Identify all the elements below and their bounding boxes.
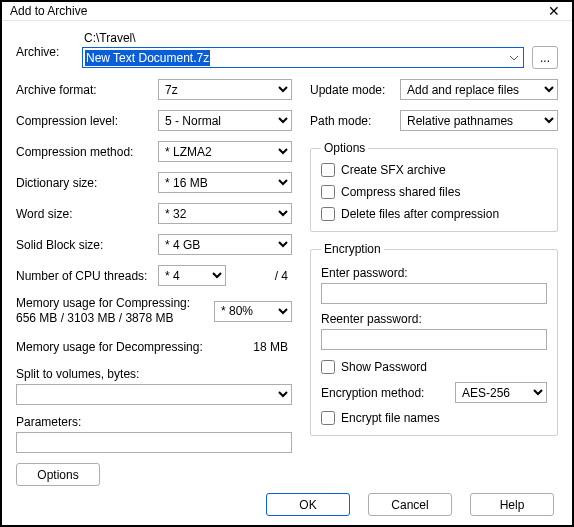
button-bar: OK Cancel Help [2,492,572,525]
password-confirm-input[interactable] [321,329,547,350]
show-pw-checkbox[interactable] [321,360,335,374]
params-label: Parameters: [16,415,292,429]
enc-method-label: Encryption method: [321,386,455,400]
chevron-down-icon [509,55,519,61]
dict-select[interactable]: * 16 MB [158,172,292,193]
cancel-button[interactable]: Cancel [368,493,452,516]
encryption-group: Encryption Enter password: Reenter passw… [310,242,558,436]
threads-max: / 4 [232,269,292,283]
shared-label: Compress shared files [341,185,460,199]
options-button[interactable]: Options [16,463,100,486]
left-column: Archive format: 7z Compression level: 5 … [16,79,292,486]
encryption-legend: Encryption [321,242,384,256]
enc-names-checkbox[interactable] [321,411,335,425]
archive-row: Archive: C:\Travel\ New Text Document.7z… [16,31,558,69]
enter-pw-label: Enter password: [321,266,547,280]
delete-checkbox[interactable] [321,207,335,221]
archive-name-combo[interactable]: New Text Document.7z [82,47,524,68]
delete-label: Delete files after compression [341,207,499,221]
split-label: Split to volumes, bytes: [16,367,292,381]
format-select[interactable]: 7z [158,79,292,100]
delete-row[interactable]: Delete files after compression [321,207,547,221]
update-label: Update mode: [310,83,400,97]
word-select[interactable]: * 32 [158,203,292,224]
method-select[interactable]: * LZMA2 [158,141,292,162]
show-pw-label: Show Password [341,360,427,374]
sfx-checkbox[interactable] [321,163,335,177]
ok-button[interactable]: OK [266,493,350,516]
dict-label: Dictionary size: [16,176,158,190]
params-input[interactable] [16,432,292,453]
options-legend: Options [321,141,368,155]
title-bar: Add to Archive ✕ [2,2,572,21]
block-select[interactable]: * 4 GB [158,234,292,255]
password-input[interactable] [321,283,547,304]
enc-names-label: Encrypt file names [341,411,440,425]
enc-names-row[interactable]: Encrypt file names [321,411,547,425]
archive-label: Archive: [16,31,82,59]
mem-comp-label: Memory usage for Compressing: [16,296,196,311]
dialog-content: Archive: C:\Travel\ New Text Document.7z… [2,21,572,492]
word-label: Word size: [16,207,158,221]
sfx-row[interactable]: Create SFX archive [321,163,547,177]
right-column: Update mode: Add and replace files Path … [310,79,558,486]
dialog-window: Add to Archive ✕ Archive: C:\Travel\ New… [2,2,572,525]
method-label: Compression method: [16,145,158,159]
level-select[interactable]: 5 - Normal [158,110,292,131]
shared-checkbox[interactable] [321,185,335,199]
help-button[interactable]: Help [470,493,554,516]
show-pw-row[interactable]: Show Password [321,360,547,374]
pathmode-label: Path mode: [310,114,400,128]
threads-select[interactable]: * 4 [158,265,226,286]
options-group: Options Create SFX archive Compress shar… [310,141,558,232]
reenter-pw-label: Reenter password: [321,312,547,326]
enc-method-select[interactable]: AES-256 [455,382,547,403]
format-label: Archive format: [16,83,158,97]
archive-path: C:\Travel\ [82,31,558,45]
level-label: Compression level: [16,114,158,128]
window-title: Add to Archive [10,4,87,18]
mem-comp-values: 656 MB / 3103 MB / 3878 MB [16,311,196,326]
shared-row[interactable]: Compress shared files [321,185,547,199]
threads-label: Number of CPU threads: [16,269,158,283]
close-button[interactable]: ✕ [542,2,566,20]
update-select[interactable]: Add and replace files [400,79,558,100]
browse-label: ... [540,52,550,64]
block-label: Solid Block size: [16,238,158,252]
pathmode-select[interactable]: Relative pathnames [400,110,558,131]
sfx-label: Create SFX archive [341,163,446,177]
browse-button[interactable]: ... [532,46,558,69]
archive-name-value: New Text Document.7z [85,50,210,66]
mem-comp-select[interactable]: * 80% [214,301,292,322]
mem-decomp-value: 18 MB [216,340,292,354]
mem-decomp-label: Memory usage for Decompressing: [16,340,216,354]
split-select[interactable] [16,384,292,405]
